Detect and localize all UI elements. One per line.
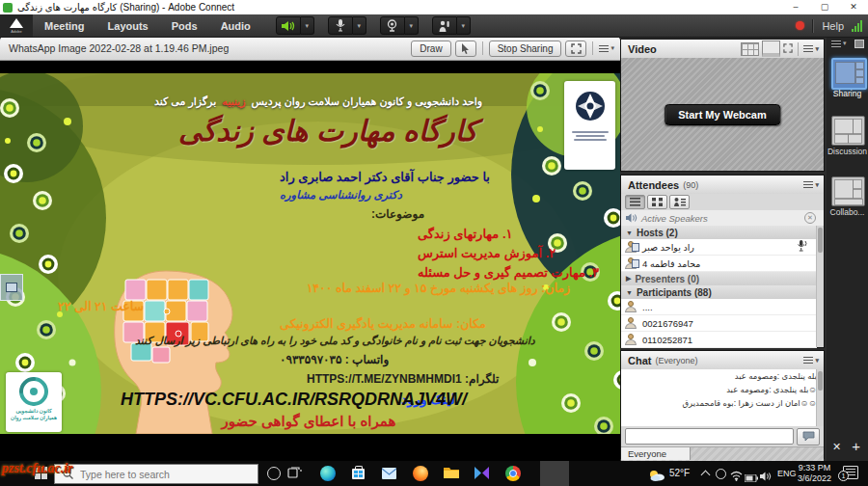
maximize-icon[interactable]: ▢ xyxy=(810,0,839,14)
tray-app-icon[interactable] xyxy=(716,469,731,484)
raise-hand-icon[interactable] xyxy=(432,16,457,35)
raise-hand-dropdown-icon[interactable]: ▾ xyxy=(457,16,471,35)
attendees-pod-header: Attendees (90) ▾ xyxy=(621,176,824,195)
menu-audio[interactable]: Audio xyxy=(209,20,262,32)
menu-layouts[interactable]: Layouts xyxy=(96,20,160,32)
chat-message: ☺☺امان از دست زهرا :بوه قامحمدیرق xyxy=(621,396,824,410)
grid-view-icon[interactable] xyxy=(741,42,759,56)
layout-bar-menu-icon[interactable]: ▾ xyxy=(831,40,847,47)
poster-login-url: HTTPS://VC.CFU.AC.IR/RSRQDRNAJV4W/ xyxy=(121,390,467,410)
start-webcam-button[interactable]: Start My Webcam xyxy=(665,104,780,125)
layout-thumb-sharing[interactable] xyxy=(831,58,867,90)
volume-icon[interactable] xyxy=(760,468,775,483)
taskbar-clock[interactable]: 9:33 PM 3/6/2022 xyxy=(798,463,831,484)
presenters-section-bar[interactable]: ▶ Presenters (0) xyxy=(621,272,817,286)
search-input[interactable] xyxy=(78,468,236,481)
chat-scrollbar[interactable] xyxy=(816,369,824,426)
attendee-status-view-icon[interactable] xyxy=(669,195,690,209)
hosts-section-bar[interactable]: ▼ Hosts (2) xyxy=(621,226,817,240)
chat-send-icon[interactable] xyxy=(797,428,820,446)
attendee-list-view-icon[interactable] xyxy=(625,195,645,209)
store-icon[interactable] xyxy=(351,466,366,481)
video-fullscreen-icon[interactable] xyxy=(783,43,793,55)
chat-input[interactable] xyxy=(625,428,794,445)
attendee-row-host-1[interactable]: راد یواحد صبر xyxy=(621,239,817,256)
video-pod: Video ▾ Start My Webcam xyxy=(620,39,825,172)
active-speakers-close-icon[interactable]: ✕ xyxy=(804,212,816,224)
cortana-icon[interactable] xyxy=(266,466,282,481)
layout-panel-icon[interactable] xyxy=(854,40,864,48)
layout-thumb-discussion[interactable] xyxy=(831,116,865,146)
layout-label-sharing[interactable]: Sharing xyxy=(827,89,868,98)
windows-taskbar: 52°F ENG 9:33 PM 3/6/2022 1 pzst.cfu.ac.… xyxy=(0,461,868,486)
poster-topic-1: ۱. مهارتهای زندگی xyxy=(418,227,513,241)
hosts-expand-icon[interactable]: ▼ xyxy=(626,230,633,236)
fullscreen-icon[interactable] xyxy=(565,40,586,57)
filmstrip-view-icon[interactable] xyxy=(762,40,780,57)
attendee-row-participant[interactable]: 0021676947 xyxy=(621,315,817,332)
menu-meeting[interactable]: Meeting xyxy=(33,20,96,32)
layout-label-collaboration[interactable]: Collabo... xyxy=(827,207,868,217)
mail-icon[interactable] xyxy=(382,466,397,481)
attendee-row-participant[interactable]: 0110252871 xyxy=(621,332,817,348)
attendee-row-host-2[interactable]: محامد فاطمه 4 xyxy=(621,256,817,272)
active-app-taskbar-button[interactable] xyxy=(540,461,569,486)
notification-badge: 1 xyxy=(838,471,849,481)
file-explorer-icon[interactable] xyxy=(444,466,459,481)
taskbar-search-box[interactable] xyxy=(54,464,258,484)
attendees-scrollbar[interactable] xyxy=(816,226,824,347)
participants-section-label: Participants (88) xyxy=(637,287,712,298)
language-indicator[interactable]: ENG xyxy=(777,469,797,478)
presenters-collapse-icon[interactable]: ▶ xyxy=(626,275,631,283)
participants-section-bar[interactable]: ▼ Participants (88) xyxy=(621,285,817,300)
microphone-dropdown-icon[interactable]: ▾ xyxy=(353,16,366,35)
edge-icon[interactable] xyxy=(320,466,336,481)
speaker-icon[interactable] xyxy=(276,16,301,35)
media-app-icon[interactable] xyxy=(475,466,490,481)
chat-pod: Chat (Everyone) ▾ بله پنلجدی :ومصومه عبد… xyxy=(620,350,825,459)
video-pod-menu-icon[interactable]: ▾ xyxy=(803,45,819,53)
pointer-tool-icon[interactable] xyxy=(455,40,476,57)
chat-tab-everyone[interactable]: Everyone xyxy=(621,447,691,460)
microphone-icon[interactable] xyxy=(328,16,353,35)
wifi-icon[interactable] xyxy=(730,468,746,483)
notification-center-icon[interactable]: 1 xyxy=(843,466,858,479)
task-view-icon[interactable] xyxy=(287,466,303,481)
chat-pod-menu-icon[interactable]: ▾ xyxy=(803,357,819,364)
participants-expand-icon[interactable]: ▼ xyxy=(626,289,633,296)
layout-label-discussion[interactable]: Discussion xyxy=(827,147,868,156)
minimize-icon[interactable]: – xyxy=(781,0,810,14)
draw-button[interactable]: Draw xyxy=(411,40,450,57)
tray-expand-icon[interactable] xyxy=(701,471,711,480)
layout-add-icon[interactable]: + xyxy=(852,438,860,454)
poster-hour-line: ساعت ۲۱ الی ۲۲ xyxy=(58,299,144,313)
stop-sharing-button[interactable]: Stop Sharing xyxy=(489,40,562,57)
webcam-dropdown-icon[interactable]: ▾ xyxy=(405,16,419,35)
attendees-pod-menu-icon[interactable]: ▾ xyxy=(803,181,819,189)
adobe-connect-app-icon xyxy=(3,3,13,13)
active-speakers-row: Active Speakers ✕ xyxy=(621,210,824,227)
poster-topic-2: ۲. آموزش مدیریت استرس xyxy=(418,246,556,260)
battery-icon[interactable] xyxy=(745,469,760,484)
poster-organizer-line: واحد دانشجویی و کانون همیاران سلامت روان… xyxy=(96,95,540,108)
menu-pods[interactable]: Pods xyxy=(160,20,209,32)
breakout-view-icon[interactable] xyxy=(647,195,667,209)
student-club-caption: کانون دانشجویی همیاران سلامت روان xyxy=(6,408,62,421)
chrome-icon[interactable] xyxy=(505,466,521,481)
layout-thumb-collaboration[interactable] xyxy=(831,176,865,206)
help-menu[interactable]: Help xyxy=(822,20,844,32)
layout-close-icon[interactable]: ✕ xyxy=(832,441,841,453)
poster-place-line: مکان: سامانه مدیریت یادگیری الکترونیکی xyxy=(280,316,486,331)
weather-temp[interactable]: 52°F xyxy=(669,468,690,478)
speaker-dropdown-icon[interactable]: ▾ xyxy=(301,16,314,35)
overlay-site-link: pzst.cfu.ac.ir xyxy=(2,461,73,476)
firefox-icon[interactable] xyxy=(413,466,428,481)
webcam-icon[interactable] xyxy=(380,16,405,35)
microphone-control: ▾ xyxy=(328,16,366,35)
close-icon[interactable]: ✕ xyxy=(839,0,868,14)
chat-scope: (Everyone) xyxy=(655,356,697,365)
share-pod-menu-icon[interactable]: ▾ xyxy=(599,44,614,52)
attendee-row-participant[interactable]: .... xyxy=(621,299,817,315)
participant-name: .... xyxy=(642,302,653,312)
video-preview-area: Start My Webcam xyxy=(621,58,824,171)
